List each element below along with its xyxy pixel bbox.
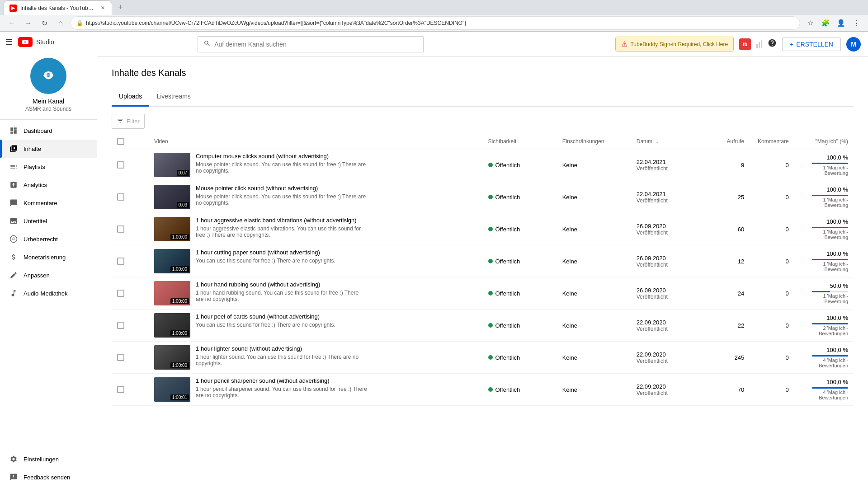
comments-cell: 0 <box>750 149 794 181</box>
address-bar[interactable]: 🔒 https://studio.youtube.com/channel/UCv… <box>71 16 800 30</box>
video-thumbnail[interactable]: 0:07 <box>154 153 190 177</box>
restrictions-text: Keine <box>562 322 577 329</box>
row-checkbox[interactable] <box>117 225 124 233</box>
sidebar-item-analytics[interactable]: Analytics <box>0 176 97 194</box>
date-cell: 22.04.2021 Veröffentlicht <box>631 181 705 213</box>
feedback-icon <box>9 473 18 482</box>
visibility-dot <box>488 163 493 167</box>
visibility-cell: Öffentlich <box>483 245 557 277</box>
table-row: 1:00:00 1 hour aggressive elastic band v… <box>112 213 854 245</box>
likes-bar <box>812 355 848 357</box>
video-thumbnail[interactable]: 1:00:00 <box>154 249 190 273</box>
new-tab-button[interactable]: + <box>114 1 127 14</box>
kommentare-label: Kommentare <box>24 200 57 206</box>
app-layout: ☰ Studio Mein Kanal ASMR and Sounds <box>0 32 868 488</box>
likes-percentage: 100,0 % <box>800 314 848 321</box>
tab-close-button[interactable]: ✕ <box>99 5 106 12</box>
bookmark-icon[interactable]: ☆ <box>804 17 816 29</box>
reload-button[interactable]: ↻ <box>38 17 51 29</box>
hamburger-icon[interactable]: ☰ <box>5 37 13 47</box>
visibility-dot <box>488 195 493 199</box>
restrictions-cell: Keine <box>557 342 631 374</box>
video-duration: 1:00:00 <box>170 362 189 368</box>
channel-avatar <box>30 58 66 94</box>
likes-cell: 100,0 % 4 'Mag ich'-Bewertungen <box>794 374 854 406</box>
th-visibility: Sichtbarkeit <box>483 134 557 149</box>
profile-icon[interactable]: 👤 <box>835 17 847 29</box>
tubebuddy-bars[interactable] <box>756 40 762 48</box>
video-thumbnail[interactable]: 1:00:00 <box>154 345 190 370</box>
row-checkbox[interactable] <box>117 161 124 169</box>
date-value: 22.09.2020 <box>637 319 700 326</box>
sidebar-item-feedback[interactable]: Feedback senden <box>0 468 97 486</box>
date-status: Veröffentlicht <box>637 358 700 364</box>
row-checkbox[interactable] <box>117 290 124 297</box>
row-checkbox[interactable] <box>117 258 124 265</box>
create-button[interactable]: + ERSTELLEN <box>782 38 841 51</box>
likes-bar-fill <box>812 323 848 324</box>
tubebuddy-logo[interactable]: tb <box>739 38 751 50</box>
video-thumbnail[interactable]: 1:00:00 <box>154 217 190 241</box>
video-title: 1 hour peel of cards sound (without adve… <box>196 313 368 320</box>
menu-icon[interactable]: ⋮ <box>850 17 863 29</box>
search-input[interactable] <box>214 41 418 48</box>
sidebar-item-urheberrecht[interactable]: © Urheberrecht <box>0 230 97 248</box>
channel-name: Mein Kanal <box>33 98 64 105</box>
date-status: Veröffentlicht <box>637 390 700 396</box>
date-status: Veröffentlicht <box>637 294 700 300</box>
topbar-right: ⚠ TubeBuddy Sign-in Required, Click Here… <box>615 37 861 52</box>
tab-livestreams[interactable]: Livestreams <box>149 87 198 107</box>
home-button[interactable]: ⌂ <box>54 17 67 29</box>
restrictions-cell: Keine <box>557 149 631 181</box>
row-checkbox[interactable] <box>117 354 124 361</box>
sidebar-item-inhalte[interactable]: Inhalte <box>0 140 97 158</box>
video-duration: 1:00:01 <box>170 394 189 400</box>
extensions-icon[interactable]: 🧩 <box>819 17 832 29</box>
likes-percentage: 100,0 % <box>800 250 848 257</box>
sidebar-item-untertitel[interactable]: Untertitel <box>0 212 97 230</box>
search-bar[interactable] <box>198 36 424 52</box>
select-all-checkbox[interactable] <box>117 138 124 145</box>
sidebar-header[interactable]: ☰ Studio <box>0 32 97 51</box>
row-checkbox[interactable] <box>117 386 124 393</box>
sidebar-item-einstellungen[interactable]: Einstellungen <box>0 450 97 468</box>
sidebar-item-audio-mediathek[interactable]: Audio-Mediathek <box>0 284 97 302</box>
back-button[interactable]: ← <box>5 17 18 29</box>
likes-bar <box>812 387 848 389</box>
video-thumbnail[interactable]: 1:00:00 <box>154 281 190 305</box>
date-cell: 22.09.2020 Veröffentlicht <box>631 310 705 342</box>
sidebar-item-kommentare[interactable]: Kommentare <box>0 194 97 212</box>
th-views: Aufrufe <box>705 134 750 149</box>
help-icon[interactable] <box>768 38 777 50</box>
tubebuddy-alert[interactable]: ⚠ TubeBuddy Sign-in Required, Click Here <box>615 37 734 52</box>
active-tab[interactable]: ▶ Inhalte des Kanals - YouTube St ✕ <box>4 0 112 15</box>
date-value: 26.09.2020 <box>637 287 700 294</box>
sidebar-item-monetarisierung[interactable]: Monetarisierung <box>0 248 97 266</box>
row-checkbox[interactable] <box>117 322 124 329</box>
sidebar: ☰ Studio Mein Kanal ASMR and Sounds <box>0 32 97 488</box>
user-avatar[interactable]: M <box>846 37 861 52</box>
visibility-dot <box>488 387 493 392</box>
video-thumbnail[interactable]: 0:03 <box>154 185 190 209</box>
comments-cell: 0 <box>750 181 794 213</box>
likes-cell: 100,0 % 1 'Mag ich'-Bewertung <box>794 181 854 213</box>
comments-cell: 0 <box>750 374 794 406</box>
video-thumbnail[interactable]: 1:00:01 <box>154 377 190 402</box>
sidebar-item-anpassen[interactable]: Anpassen <box>0 266 97 284</box>
audio-mediathek-icon <box>9 289 18 298</box>
filter-icon <box>117 117 124 126</box>
date-cell: 22.04.2021 Veröffentlicht <box>631 149 705 181</box>
filter-button[interactable]: Filter <box>112 114 145 129</box>
row-checkbox[interactable] <box>117 193 124 201</box>
einstellungen-label: Einstellungen <box>24 456 59 463</box>
tab-uploads[interactable]: Uploads <box>112 87 149 107</box>
sidebar-item-playlists[interactable]: Playlists <box>0 158 97 176</box>
likes-percentage: 100,0 % <box>800 379 848 385</box>
comments-cell: 0 <box>750 277 794 310</box>
video-thumbnail[interactable]: 1:00:00 <box>154 313 190 338</box>
th-date[interactable]: Datum ↓ <box>631 134 705 149</box>
table-header-row: Video Sichtbarkeit Einschränkungen Datum… <box>112 134 854 149</box>
likes-cell: 50,0 % 1 'Mag ich'-Bewertung <box>794 277 854 310</box>
forward-button[interactable]: → <box>22 17 34 29</box>
sidebar-item-dashboard[interactable]: Dashboard <box>0 122 97 140</box>
